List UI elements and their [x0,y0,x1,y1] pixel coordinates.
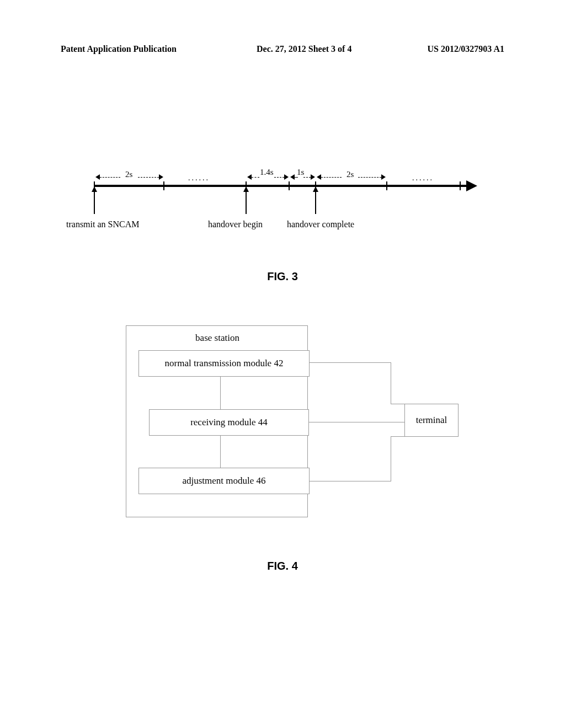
connector-line [391,436,391,481]
event-arrow-line [246,192,247,214]
event-arrow-icon [92,186,97,192]
event-arrow-icon [243,186,249,192]
ellipsis: ...... [412,174,434,183]
dimension-2s-first [95,174,120,180]
dimension-arrow-icon [303,174,315,180]
event-transmit-sncam: transmit an SNCAM [66,220,139,229]
timeline-arrowhead-icon [466,180,477,191]
terminal-box: terminal [404,404,459,437]
ellipsis: ...... [188,174,210,183]
connector-line [391,436,404,437]
event-handover-complete: handover complete [287,220,354,229]
dimension-arrow-icon [358,174,386,180]
base-station-label: base station [126,333,308,344]
header-publication: Patent Application Publication [61,44,177,54]
connector-line [310,362,391,363]
connector-line [391,404,404,404]
figure-4-caption: FIG. 4 [0,560,565,572]
connector-line [391,362,391,404]
timeline-tick [386,181,387,190]
connector-line [310,481,391,481]
dimension-2s-second [317,174,342,180]
figure-4-block-diagram: base station normal transmission module … [126,325,460,529]
connector-line [220,377,221,409]
timeline-tick [163,181,164,190]
timeline-axis [94,185,469,187]
duration-label: 1.4s [260,168,274,177]
connector-line [220,436,221,468]
normal-transmission-module: normal transmission module 42 [138,350,310,377]
receiving-module: receiving module 44 [149,409,309,436]
timeline-tick [289,181,290,190]
dimension-1-4s [247,174,259,180]
dimension-arrow-icon [274,174,289,180]
timeline-tick [460,181,461,190]
figure-3-timeline: 2s ...... 1.4s 1s 2s [80,154,477,232]
event-handover-begin: handover begin [208,220,263,229]
dimension-arrow-icon [138,174,163,180]
header-sheet-info: Dec. 27, 2012 Sheet 3 of 4 [257,44,351,54]
event-arrow-icon [313,186,318,192]
header-patent-number: US 2012/0327903 A1 [427,44,504,54]
figure-3-caption: FIG. 3 [0,270,565,283]
duration-label: 2s [125,170,132,179]
duration-label: 2s [347,170,354,179]
adjustment-module: adjustment module 46 [138,468,310,494]
connector-line [309,422,404,422]
event-arrow-line [315,192,316,214]
event-arrow-line [94,192,95,214]
